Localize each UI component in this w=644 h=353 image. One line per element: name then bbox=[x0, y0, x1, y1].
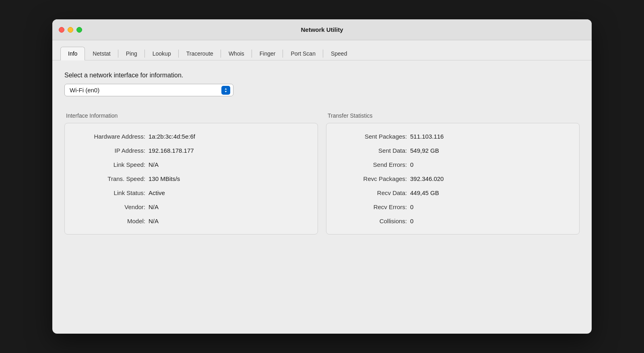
trans-speed-key: Trans. Speed: bbox=[76, 175, 149, 182]
collisions-key: Collisions: bbox=[338, 218, 410, 224]
tab-whois[interactable]: Whois bbox=[221, 47, 252, 60]
traffic-lights bbox=[59, 27, 82, 33]
window: Network Utility Info Netstat Ping Lookup… bbox=[52, 19, 592, 334]
table-row: Hardware Address: 1a:2b:3c:4d:5e:6f bbox=[76, 133, 306, 140]
model-value: N/A bbox=[149, 218, 159, 224]
select-label: Select a network interface for informati… bbox=[64, 72, 580, 79]
transfer-stats-label: Transfer Statistics bbox=[326, 112, 580, 119]
model-key: Model: bbox=[76, 218, 149, 224]
info-grid: Interface Information Hardware Address: … bbox=[64, 112, 580, 235]
ip-address-key: IP Address: bbox=[76, 147, 149, 154]
tab-netstat[interactable]: Netstat bbox=[85, 47, 118, 60]
recv-errors-value: 0 bbox=[410, 203, 413, 210]
send-errors-value: 0 bbox=[410, 161, 413, 168]
interface-select-wrapper: Wi-Fi (en0) Ethernet (en1) Loopback (lo0… bbox=[64, 84, 233, 96]
trans-speed-value: 130 MBits/s bbox=[149, 175, 180, 182]
recv-data-value: 449,45 GB bbox=[410, 189, 439, 196]
table-row: Link Status: Active bbox=[76, 189, 306, 196]
sent-data-value: 549,92 GB bbox=[410, 147, 439, 154]
table-row: Sent Data: 549,92 GB bbox=[338, 147, 568, 154]
transfer-stats-section: Transfer Statistics Sent Packages: 511.1… bbox=[326, 112, 580, 235]
table-row: Recv Data: 449,45 GB bbox=[338, 189, 568, 196]
sent-packages-key: Sent Packages: bbox=[338, 133, 410, 140]
interface-info-label: Interface Information bbox=[64, 112, 318, 119]
table-row: Revc Packages: 392.346.020 bbox=[338, 175, 568, 182]
interface-info-section: Interface Information Hardware Address: … bbox=[64, 112, 318, 235]
send-errors-key: Send Errors: bbox=[338, 161, 410, 168]
table-row: Model: N/A bbox=[76, 218, 306, 224]
ip-address-value: 192.168.178.177 bbox=[149, 147, 194, 154]
tab-info[interactable]: Info bbox=[60, 47, 85, 60]
table-row: IP Address: 192.168.178.177 bbox=[76, 147, 306, 154]
revc-packages-key: Revc Packages: bbox=[338, 175, 410, 182]
link-status-key: Link Status: bbox=[76, 189, 149, 196]
link-speed-value: N/A bbox=[149, 161, 159, 168]
table-row: Collisions: 0 bbox=[338, 218, 568, 224]
vendor-key: Vendor: bbox=[76, 203, 149, 210]
tab-lookup[interactable]: Lookup bbox=[145, 47, 179, 60]
content-area: Select a network interface for informati… bbox=[52, 60, 592, 246]
tab-traceroute[interactable]: Traceroute bbox=[179, 47, 221, 60]
maximize-button[interactable] bbox=[76, 27, 82, 33]
hw-address-value: 1a:2b:3c:4d:5e:6f bbox=[149, 133, 195, 140]
table-row: Vendor: N/A bbox=[76, 203, 306, 210]
table-row: Recv Errors: 0 bbox=[338, 203, 568, 210]
minimize-button[interactable] bbox=[68, 27, 73, 33]
table-row: Sent Packages: 511.103.116 bbox=[338, 133, 568, 140]
link-speed-key: Link Speed: bbox=[76, 161, 149, 168]
close-button[interactable] bbox=[59, 27, 64, 33]
window-title: Network Utility bbox=[301, 26, 343, 33]
interface-select[interactable]: Wi-Fi (en0) Ethernet (en1) Loopback (lo0… bbox=[64, 84, 233, 96]
table-row: Send Errors: 0 bbox=[338, 161, 568, 168]
sent-data-key: Sent Data: bbox=[338, 147, 410, 154]
hw-address-key: Hardware Address: bbox=[76, 133, 149, 140]
tab-speed[interactable]: Speed bbox=[323, 47, 355, 60]
tab-bar: Info Netstat Ping Lookup Traceroute Whoi… bbox=[52, 40, 592, 60]
interface-info-panel: Hardware Address: 1a:2b:3c:4d:5e:6f IP A… bbox=[64, 123, 318, 235]
transfer-stats-panel: Sent Packages: 511.103.116 Sent Data: 54… bbox=[326, 123, 580, 235]
collisions-value: 0 bbox=[410, 218, 413, 224]
sent-packages-value: 511.103.116 bbox=[410, 133, 444, 140]
tab-finger[interactable]: Finger bbox=[252, 47, 283, 60]
recv-errors-key: Recv Errors: bbox=[338, 203, 410, 210]
link-status-value: Active bbox=[149, 189, 165, 196]
recv-data-key: Recv Data: bbox=[338, 189, 410, 196]
vendor-value: N/A bbox=[149, 203, 159, 210]
tab-ping[interactable]: Ping bbox=[118, 47, 145, 60]
tab-portscan[interactable]: Port Scan bbox=[283, 47, 323, 60]
revc-packages-value: 392.346.020 bbox=[410, 175, 444, 182]
titlebar: Network Utility bbox=[52, 19, 592, 40]
table-row: Trans. Speed: 130 MBits/s bbox=[76, 175, 306, 182]
table-row: Link Speed: N/A bbox=[76, 161, 306, 168]
